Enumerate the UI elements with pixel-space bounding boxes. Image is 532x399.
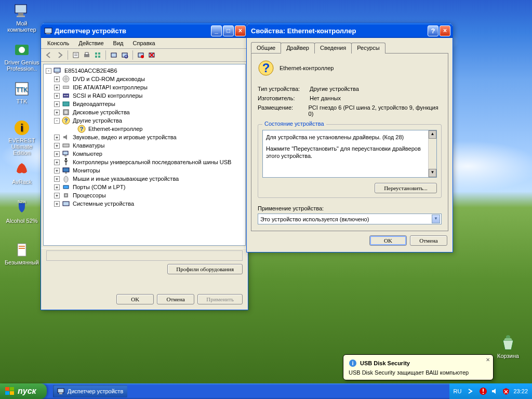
- tree-label[interactable]: Системные устройства: [72, 201, 135, 207]
- tree-label[interactable]: Порты (COM и LPT): [72, 184, 126, 190]
- tray-usb-security-icon[interactable]: [479, 387, 487, 395]
- tree-node[interactable]: +Компьютер: [45, 150, 244, 158]
- props-help-button[interactable]: ?: [428, 25, 438, 36]
- tree-node[interactable]: +Видеоадаптеры: [45, 100, 244, 108]
- tree-label[interactable]: Мониторы: [72, 167, 101, 174]
- tree-label[interactable]: Мыши и иные указывающие устройства: [72, 176, 180, 182]
- expander[interactable]: +: [54, 135, 60, 140]
- menu-help[interactable]: Справка: [129, 39, 159, 47]
- tree-label[interactable]: Клавиатуры: [72, 142, 105, 149]
- scroll-down-button[interactable]: ▼: [429, 169, 436, 177]
- tree-node[interactable]: +Мыши и иные указывающие устройства: [45, 175, 244, 183]
- expander[interactable]: +: [54, 193, 60, 198]
- props-titlebar[interactable]: Свойства: Ethernet-контроллер ? ×: [247, 23, 453, 38]
- tree-node[interactable]: +DVD и CD-ROM дисководы: [45, 75, 244, 83]
- sysprops-cancel-button[interactable]: Отмена: [157, 294, 194, 304]
- sysprops-ok-button[interactable]: OK: [116, 294, 154, 304]
- tree-node-child[interactable]: ?Ethernet-контроллер: [45, 125, 244, 133]
- expander[interactable]: +: [54, 176, 60, 182]
- tree-label[interactable]: Другие устройства: [72, 117, 123, 124]
- balloon-close-button[interactable]: ✕: [486, 357, 490, 363]
- device-tree[interactable]: - E85140ACCB2E4B6 +DVD и CD-ROM дисковод…: [43, 64, 246, 246]
- expander[interactable]: +: [54, 159, 60, 165]
- expander[interactable]: +: [54, 110, 60, 115]
- tray-show-hidden[interactable]: [468, 387, 476, 395]
- props-ok-button[interactable]: OK: [369, 235, 407, 246]
- desktop-icon-everest[interactable]: iEVEREST Ultimate Edition: [3, 119, 41, 156]
- props-cancel-button[interactable]: Отмена: [410, 235, 447, 246]
- tree-label[interactable]: Ethernet-контроллер: [87, 126, 143, 132]
- hw-profiles-button[interactable]: Профили оборудования: [167, 264, 243, 274]
- tab-details[interactable]: Сведения: [314, 43, 352, 54]
- devmgr-titlebar[interactable]: Диспетчер устройств _ □ ×: [41, 23, 248, 38]
- scroll-up-button[interactable]: ▲: [429, 130, 436, 139]
- devmgr-minimize-button[interactable]: _: [211, 25, 222, 36]
- tab-driver[interactable]: Драйвер: [281, 43, 315, 54]
- tree-node[interactable]: +Порты (COM и LPT): [45, 183, 244, 191]
- tree-node[interactable]: +Дисковые устройства: [45, 108, 244, 116]
- menu-console[interactable]: Консоль: [43, 39, 73, 47]
- menu-view[interactable]: Вид: [109, 39, 128, 47]
- tree-label[interactable]: Дисковые устройства: [72, 109, 131, 115]
- expander[interactable]: +: [54, 101, 60, 107]
- tree-label[interactable]: SCSI и RAID контроллеры: [72, 92, 143, 99]
- tree-node[interactable]: +IDE ATA/ATAPI контроллеры: [45, 83, 244, 91]
- tb-uninstall-button[interactable]: [147, 50, 156, 60]
- tree-label[interactable]: Видеоадаптеры: [72, 101, 116, 107]
- tree-label[interactable]: IDE ATA/ATAPI контроллеры: [72, 84, 149, 90]
- devmgr-maximize-button[interactable]: □: [223, 25, 234, 36]
- desktop-icon-ttk[interactable]: TTKTTK: [3, 81, 41, 104]
- desktop-icon-computer[interactable]: Мой компьютер: [3, 3, 41, 33]
- tree-node[interactable]: -?Другие устройства: [45, 116, 244, 125]
- expander[interactable]: +: [54, 184, 60, 190]
- expander[interactable]: -: [46, 68, 51, 74]
- tree-node[interactable]: +Звуковые, видео и игровые устройства: [45, 133, 244, 141]
- desktop-icon-alcohol[interactable]: 52%Alcohol 52%: [3, 200, 41, 224]
- taskbar-item-devmgr[interactable]: Диспетчер устройств: [53, 385, 128, 397]
- expander[interactable]: -: [54, 118, 60, 124]
- tree-label[interactable]: DVD и CD-ROM дисководы: [72, 76, 146, 82]
- expander[interactable]: +: [54, 93, 60, 99]
- devmgr-close-button[interactable]: ×: [235, 25, 246, 36]
- recycle-bin[interactable]: Корзина: [489, 335, 527, 359]
- tab-general[interactable]: Общие: [251, 42, 281, 53]
- tree-label[interactable]: Звуковые, видео и игровые устройства: [72, 134, 178, 140]
- status-text-box[interactable]: Для устройства не установлены драйверы. …: [262, 130, 437, 178]
- expander[interactable]: +: [54, 143, 60, 149]
- device-usage-dropdown[interactable]: Это устройство используется (включено) ▼: [258, 214, 442, 224]
- dropdown-arrow[interactable]: ▼: [432, 215, 440, 223]
- expander[interactable]: +: [54, 76, 60, 82]
- tree-label[interactable]: Контроллеры универсальной последовательн…: [72, 159, 232, 165]
- expander[interactable]: +: [54, 168, 60, 174]
- tree-node[interactable]: +Клавиатуры: [45, 141, 244, 150]
- clock[interactable]: 23:22: [513, 388, 528, 394]
- notification-balloon[interactable]: ✕ i USB Disk Security USB Disk Security …: [343, 354, 494, 380]
- tb-update-button[interactable]: [109, 50, 118, 60]
- status-scrollbar[interactable]: ▲ ▼: [428, 130, 436, 177]
- tb-back-button[interactable]: [44, 50, 54, 60]
- expander[interactable]: +: [54, 85, 60, 90]
- tb-scan-button[interactable]: [120, 50, 129, 60]
- desktop-icon-drivergenius[interactable]: Driver Genius Profession..: [3, 42, 41, 72]
- tb-enable-button[interactable]: [136, 50, 145, 60]
- tree-node[interactable]: +SCSI и RAID контроллеры: [45, 91, 244, 100]
- expander[interactable]: +: [54, 151, 60, 157]
- tree-label[interactable]: Процессоры: [72, 192, 107, 198]
- props-close-button[interactable]: ×: [440, 25, 450, 36]
- tree-node[interactable]: +Контроллеры универсальной последователь…: [45, 158, 244, 166]
- tab-resources[interactable]: Ресурсы: [351, 43, 385, 54]
- tree-root[interactable]: - E85140ACCB2E4B6: [45, 66, 244, 75]
- expander[interactable]: +: [54, 201, 60, 207]
- tree-node[interactable]: +Процессоры: [45, 191, 244, 200]
- tb-print-button[interactable]: [82, 50, 91, 60]
- tree-node[interactable]: +Мониторы: [45, 166, 244, 175]
- tray-shield-icon[interactable]: [502, 387, 510, 395]
- tree-root-label[interactable]: E85140ACCB2E4B6: [63, 68, 118, 74]
- start-button[interactable]: пуск: [0, 383, 47, 399]
- tb-view-button[interactable]: [93, 50, 102, 60]
- lang-indicator[interactable]: RU: [454, 388, 462, 394]
- reinstall-button[interactable]: Переустановить...: [375, 183, 437, 193]
- tree-label[interactable]: Компьютер: [72, 151, 103, 157]
- tb-properties-button[interactable]: [71, 50, 81, 60]
- menu-action[interactable]: Действие: [74, 39, 108, 47]
